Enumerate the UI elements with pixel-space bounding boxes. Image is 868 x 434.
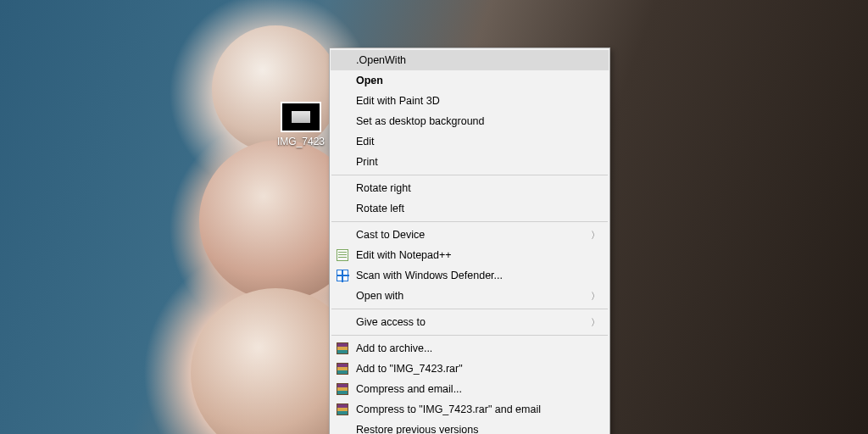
menu-rotate-left[interactable]: Rotate left — [331, 198, 609, 219]
menu-openwith-ext[interactable]: .OpenWith — [331, 50, 609, 70]
desktop-file-icon[interactable]: IMG_7423 — [274, 102, 328, 147]
image-thumbnail-icon — [281, 102, 321, 132]
menu-item-label: Open with — [356, 290, 403, 302]
menu-open-with[interactable]: Open with 〉 — [331, 286, 609, 306]
menu-restore-previous[interactable]: Restore previous versions — [331, 420, 609, 434]
menu-add-to-named-archive[interactable]: Add to "IMG_7423.rar" — [331, 359, 609, 379]
menu-item-label: Rotate right — [356, 182, 411, 194]
menu-compress-named-email[interactable]: Compress to "IMG_7423.rar" and email — [331, 399, 609, 420]
menu-open[interactable]: Open — [331, 70, 609, 91]
menu-set-background[interactable]: Set as desktop background — [331, 111, 609, 131]
menu-edit-notepadpp[interactable]: Edit with Notepad++ — [331, 245, 609, 265]
menu-item-label: Edit with Notepad++ — [356, 249, 452, 261]
menu-item-label: Add to archive... — [356, 342, 432, 354]
notepadpp-icon — [336, 248, 349, 262]
menu-item-label: Give access to — [356, 316, 426, 328]
chevron-right-icon: 〉 — [591, 229, 600, 242]
windows-defender-icon — [336, 269, 349, 282]
desktop-wallpaper: IMG_7423 .OpenWith Open Edit with Paint … — [0, 0, 868, 434]
menu-item-label: Set as desktop background — [356, 115, 485, 127]
chevron-right-icon: 〉 — [591, 316, 600, 329]
menu-item-label: Edit — [356, 136, 375, 147]
menu-item-label: Edit with Paint 3D — [356, 95, 440, 107]
menu-item-label: Print — [356, 156, 378, 168]
menu-scan-defender[interactable]: Scan with Windows Defender... — [331, 265, 609, 286]
menu-item-label: Compress to "IMG_7423.rar" and email — [356, 403, 541, 415]
menu-item-label: Compress and email... — [356, 383, 462, 395]
menu-add-to-archive[interactable]: Add to archive... — [331, 338, 609, 359]
menu-item-label: Cast to Device — [356, 229, 425, 241]
menu-item-label: Scan with Windows Defender... — [356, 270, 503, 281]
menu-give-access[interactable]: Give access to 〉 — [331, 312, 609, 332]
winrar-icon — [336, 362, 349, 376]
menu-cast-to-device[interactable]: Cast to Device 〉 — [331, 225, 609, 245]
chevron-right-icon: 〉 — [591, 290, 600, 303]
menu-rotate-right[interactable]: Rotate right — [331, 178, 609, 198]
menu-separator — [331, 335, 608, 336]
context-menu: .OpenWith Open Edit with Paint 3D Set as… — [329, 47, 610, 434]
menu-separator — [331, 221, 608, 222]
menu-compress-email[interactable]: Compress and email... — [331, 379, 609, 399]
menu-edit-paint3d[interactable]: Edit with Paint 3D — [331, 91, 609, 111]
menu-print[interactable]: Print — [331, 152, 609, 172]
menu-separator — [331, 309, 608, 309]
winrar-icon — [336, 382, 349, 396]
winrar-icon — [336, 342, 349, 355]
menu-item-label: Open — [356, 75, 383, 86]
winrar-icon — [336, 403, 349, 416]
menu-separator — [331, 175, 608, 175]
menu-item-label: .OpenWith — [356, 54, 406, 66]
file-label: IMG_7423 — [274, 136, 328, 147]
menu-edit[interactable]: Edit — [331, 131, 609, 152]
menu-item-label: Restore previous versions — [356, 424, 479, 434]
menu-item-label: Add to "IMG_7423.rar" — [356, 363, 463, 375]
menu-item-label: Rotate left — [356, 203, 404, 214]
